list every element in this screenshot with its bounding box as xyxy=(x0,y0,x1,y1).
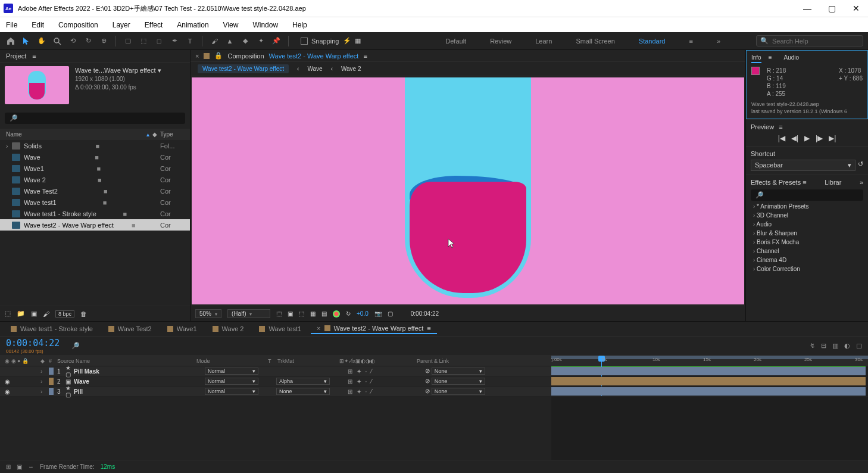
workspace-menu-icon[interactable]: ≡ xyxy=(689,38,692,45)
close-button[interactable]: ✕ xyxy=(853,4,860,13)
reset-shortcut-icon[interactable]: ↺ xyxy=(858,160,863,168)
project-item[interactable]: Wave Test2■Cor xyxy=(0,185,190,197)
project-tab[interactable]: Project ≡ xyxy=(0,50,190,63)
col-trkmat[interactable]: TrkMat xyxy=(277,358,339,364)
workspace-learn[interactable]: Learn xyxy=(535,38,552,45)
search-help-input[interactable]: 🔍 xyxy=(756,35,863,46)
project-item[interactable]: Wave test1■Cor xyxy=(0,197,190,208)
adjust-icon[interactable]: 🖌 xyxy=(43,310,49,318)
comp-thumbnail[interactable] xyxy=(5,66,69,104)
workspace-review[interactable]: Review xyxy=(490,38,511,45)
new-folder-icon[interactable]: 📁 xyxy=(17,310,25,318)
libraries-tab[interactable]: Librar xyxy=(825,179,841,186)
timeline-timecode[interactable]: 0:00:04:22 xyxy=(6,338,60,348)
toggle-inout-icon[interactable]: ↔ xyxy=(28,463,34,470)
trash-icon[interactable]: 🗑 xyxy=(80,310,87,318)
menu-composition[interactable]: Composition xyxy=(58,21,98,29)
home-icon[interactable] xyxy=(5,35,17,47)
effects-category[interactable]: Audio xyxy=(751,220,863,229)
toggle-switches-icon[interactable]: ⊞ xyxy=(6,463,11,470)
panel-menu-icon[interactable]: ≡ xyxy=(363,52,367,60)
hand-tool-icon[interactable]: ✋ xyxy=(36,35,48,47)
panel-menu-icon[interactable]: ≡ xyxy=(32,52,36,60)
col-type[interactable]: Type xyxy=(160,131,184,138)
snapping-grid-icon[interactable]: ▦ xyxy=(355,37,361,45)
interpret-footage-icon[interactable]: ⬚ xyxy=(5,310,11,318)
project-search[interactable]: 🔎 xyxy=(5,113,185,124)
timeline-ruler[interactable]: ):00s5s10s15s20s25s30s xyxy=(551,356,868,366)
minimize-button[interactable]: — xyxy=(803,4,811,13)
effects-category[interactable]: Boris FX Mocha xyxy=(751,238,863,247)
project-item[interactable]: ›Solids■Fol... xyxy=(0,140,190,151)
timeline-layer-row[interactable]: ◉›2▣ WaveNormal▾Alpha▾⊞ ✦ · ⁄⊘ None▾ xyxy=(0,376,551,387)
shape-tool-icon[interactable]: □ xyxy=(153,35,165,47)
comp-active-name[interactable]: Wave test2 - Wave Warp effect xyxy=(269,52,359,60)
type-tool-icon[interactable]: T xyxy=(184,35,196,47)
layer-bar[interactable] xyxy=(551,367,866,375)
zoom-tool-icon[interactable] xyxy=(51,35,63,47)
workspace-overflow-icon[interactable]: » xyxy=(717,38,720,45)
toggle-modes-icon[interactable]: ▣ xyxy=(17,463,22,470)
track-row[interactable] xyxy=(551,366,868,376)
timeline-layer-row[interactable]: ›1★ ▢Pill MaskNormal▾⊞ ✦ · ⁄⊘ None▾ xyxy=(0,366,551,376)
resolution-dropdown[interactable]: (Half)▾ xyxy=(227,309,270,318)
zoom-dropdown[interactable]: 50%▾ xyxy=(195,309,221,318)
timeline-tab[interactable]: Wave Test2 xyxy=(102,324,158,334)
overflow-icon[interactable]: » xyxy=(860,179,863,186)
timeline-tab[interactable]: Wave1 xyxy=(161,324,203,334)
bpc-toggle[interactable]: 8 bpc xyxy=(55,310,74,318)
effects-category[interactable]: Blur & Sharpen xyxy=(751,229,863,238)
timeline-search[interactable]: 🔎 xyxy=(71,342,80,350)
menu-view[interactable]: View xyxy=(223,21,239,29)
menu-file[interactable]: File xyxy=(6,21,17,29)
project-item[interactable]: Wave 2■Cor xyxy=(0,174,190,185)
info-tab[interactable]: Info xyxy=(751,54,761,63)
workspace-standard[interactable]: Standard xyxy=(639,38,666,45)
reset-exposure-icon[interactable]: ↻ xyxy=(346,310,351,317)
toggle-transparency-icon[interactable]: ⬚ xyxy=(276,310,282,317)
project-item[interactable]: Wave test1 - Stroke style■Cor xyxy=(0,208,190,219)
current-time-display[interactable]: 0:00:04:22 xyxy=(411,310,439,317)
crumb-wave[interactable]: Wave xyxy=(307,66,322,72)
col-t[interactable]: T xyxy=(268,358,277,364)
shortcut-dropdown[interactable]: Spacebar▾ xyxy=(751,160,855,171)
menu-layer[interactable]: Layer xyxy=(113,21,130,29)
tl-shy-icon[interactable]: ↯ xyxy=(810,342,815,350)
timeline-tab[interactable]: Wave test1 - Stroke style xyxy=(5,324,99,334)
pen-tool-icon[interactable]: ✒ xyxy=(168,35,180,47)
project-item[interactable]: Wave■Cor xyxy=(0,151,190,163)
tl-graph-editor-icon[interactable]: ▢ xyxy=(856,342,862,350)
timeline-tab[interactable]: Wave test1 xyxy=(253,324,307,334)
menu-edit[interactable]: Edit xyxy=(32,21,44,29)
pan-behind-icon[interactable]: ⊕ xyxy=(98,35,110,47)
project-item[interactable]: Wave test2 - Wave Warp effect■Cor xyxy=(0,219,190,231)
rect-mask-icon[interactable]: ▢ xyxy=(122,35,134,47)
tl-collapse-icon[interactable]: ⊟ xyxy=(821,342,826,350)
col-name[interactable]: Name xyxy=(6,131,146,138)
layer-bar[interactable] xyxy=(551,387,866,396)
tl-frame-blend-icon[interactable]: ▥ xyxy=(832,342,838,350)
snapping-options-icon[interactable]: ⚡ xyxy=(343,37,351,45)
puppet-pin-icon[interactable]: 📌 xyxy=(270,35,282,47)
workspace-smallscreen[interactable]: Small Screen xyxy=(576,38,614,45)
timeline-tab[interactable]: × Wave test2 - Wave Warp effect ≡ xyxy=(311,323,437,334)
show-snapshot-icon[interactable]: ▢ xyxy=(388,310,393,317)
rect-shape-icon[interactable]: ⬚ xyxy=(138,35,149,47)
orbit-tool-icon[interactable]: ⟲ xyxy=(67,35,79,47)
audio-tab[interactable]: Audio xyxy=(784,54,800,63)
effects-category[interactable]: Channel xyxy=(751,247,863,256)
crumb-active[interactable]: Wave test2 - Wave Warp effect xyxy=(198,64,289,73)
last-frame-icon[interactable]: ▶| xyxy=(829,134,836,142)
menu-help[interactable]: Help xyxy=(292,21,307,29)
play-icon[interactable]: ▶ xyxy=(804,134,810,142)
snapping-toggle[interactable]: Snapping ⚡ ▦ xyxy=(301,37,361,45)
clone-stamp-icon[interactable]: ▲ xyxy=(224,35,236,47)
effects-category[interactable]: 3D Channel xyxy=(751,211,863,220)
new-comp-icon[interactable]: ▣ xyxy=(31,310,37,318)
track-row[interactable] xyxy=(551,376,868,387)
roto-brush-icon[interactable]: ✦ xyxy=(255,35,267,47)
track-row[interactable] xyxy=(551,387,868,397)
prev-frame-icon[interactable]: ◀| xyxy=(791,134,798,142)
exposure-value[interactable]: +0.0 xyxy=(357,310,369,317)
maximize-button[interactable]: ▢ xyxy=(828,4,836,13)
